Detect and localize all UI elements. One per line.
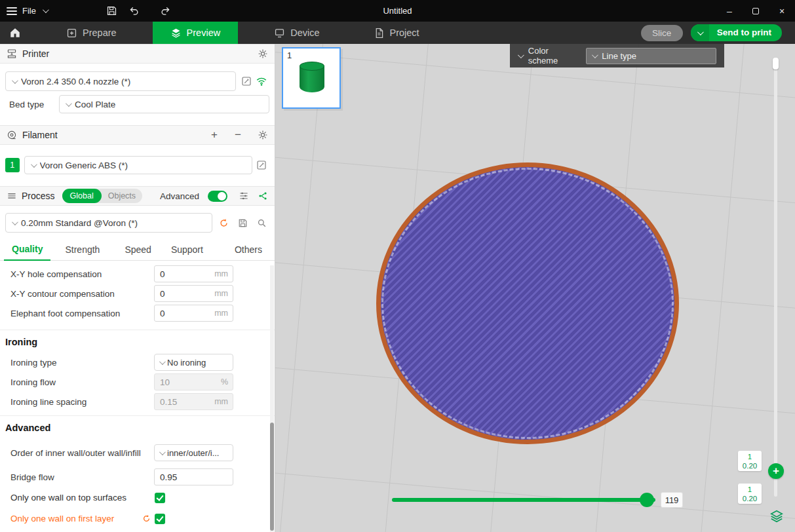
chevron-down-icon	[159, 449, 166, 455]
save-button[interactable]	[102, 2, 122, 20]
input-value: 0	[155, 289, 214, 299]
home-button[interactable]	[0, 22, 30, 44]
edit-filament-icon[interactable]	[254, 160, 269, 170]
reset-value-icon[interactable]	[142, 514, 151, 523]
tab-speed[interactable]: Speed	[117, 244, 159, 260]
scope-objects-button[interactable]: Objects	[102, 191, 142, 200]
ironing-section-title: Ironing	[0, 330, 275, 352]
save-icon	[106, 5, 117, 16]
redo-button[interactable]	[156, 2, 176, 20]
bed-type-select[interactable]: Cool Plate	[59, 95, 269, 113]
scope-global-button[interactable]: Global	[62, 189, 102, 203]
process-preset-select[interactable]: 0.20mm Standard @Voron (*)	[5, 213, 212, 233]
redo-icon	[160, 5, 171, 16]
line-type-select[interactable]: Line type	[586, 48, 716, 64]
undo-button[interactable]	[125, 2, 144, 20]
file-menu-chevron-down-icon[interactable]	[43, 7, 49, 13]
wall-order-select[interactable]: inner/outer/i...	[154, 444, 233, 461]
xy-hole-compensation-input[interactable]: 0 mm	[154, 265, 233, 282]
only-one-wall-top-checkbox[interactable]	[155, 493, 165, 503]
plate-thumbnail[interactable]: 1	[282, 47, 341, 109]
wifi-connection-icon[interactable]	[254, 75, 269, 87]
send-to-print-button[interactable]: Send to print	[691, 24, 782, 41]
process-flow-icon[interactable]	[258, 191, 268, 201]
process-tab-bar: Quality Strength Speed Support Others	[0, 240, 275, 261]
layers-icon	[769, 509, 784, 523]
tab-strength[interactable]: Strength	[57, 244, 107, 260]
input-unit: mm	[214, 269, 233, 278]
plate-number-label: 1	[287, 50, 292, 60]
color-scheme-bar: Color scheme Line type	[510, 44, 724, 67]
printer-settings-gear-icon[interactable]	[258, 48, 268, 59]
minimize-button[interactable]: –	[716, 0, 743, 22]
printer-preset-select[interactable]: Voron 2.4 350 0.4 nozzle (*)	[5, 71, 236, 91]
color-scheme-chevron-down-icon[interactable]	[518, 52, 524, 58]
printer-icon	[7, 48, 17, 59]
main-nav-bar: Prepare Preview Device Project Slice Sen…	[0, 22, 795, 44]
close-button[interactable]: ×	[769, 0, 795, 22]
elephant-foot-compensation-label: Elephant foot compensation	[10, 309, 154, 318]
file-menu[interactable]: File	[22, 6, 36, 16]
hamburger-menu-icon[interactable]	[7, 7, 17, 15]
prepare-icon	[66, 28, 77, 39]
edit-printer-icon[interactable]	[239, 76, 254, 86]
process-preset-value: 0.20mm Standard @Voron (*)	[21, 218, 206, 228]
layer-number: 1	[748, 485, 752, 494]
layer-slider-thumb[interactable]	[773, 58, 779, 69]
xy-contour-compensation-label: X-Y contour compensation	[10, 289, 154, 299]
preview-viewport[interactable]: 1 Color scheme Line type 119 1 0.20 + 1	[275, 44, 795, 532]
checkbox-row: Only one wall on top surfaces	[0, 489, 275, 506]
add-filament-button[interactable]: +	[208, 128, 221, 142]
tab-project[interactable]: Project	[356, 22, 437, 44]
tab-prepare-label: Prepare	[83, 28, 117, 38]
send-options-chevron-down-icon[interactable]	[691, 24, 709, 41]
param-row: X-Y contour compensation 0 mm	[0, 284, 275, 303]
advanced-mode-toggle[interactable]	[208, 191, 227, 202]
ironing-type-value: No ironing	[167, 358, 228, 368]
tab-preview[interactable]: Preview	[153, 22, 239, 44]
input-value: 10	[155, 377, 221, 387]
sidebar-scrollbar-thumb[interactable]	[270, 423, 274, 531]
param-row: X-Y hole compensation 0 mm	[0, 264, 275, 284]
preview-icon	[170, 28, 182, 39]
param-row: Ironing type No ironing	[0, 352, 275, 372]
tab-quality[interactable]: Quality	[4, 244, 50, 261]
ironing-type-select[interactable]: No ironing	[154, 354, 233, 371]
input-value: 0	[155, 269, 214, 279]
chevron-down-icon	[12, 77, 18, 84]
sliced-model-top-view[interactable]	[376, 162, 679, 444]
input-value: 0.95	[155, 472, 228, 482]
process-layers-icon	[7, 191, 17, 201]
tab-others[interactable]: Others	[227, 244, 270, 260]
tab-device[interactable]: Device	[256, 22, 337, 44]
maximize-button[interactable]	[743, 0, 769, 22]
remove-filament-button[interactable]: −	[231, 128, 244, 142]
input-unit: mm	[214, 309, 233, 318]
tab-support[interactable]: Support	[163, 244, 211, 260]
advanced-section-title: Advanced	[0, 415, 275, 438]
tab-prepare[interactable]: Prepare	[48, 22, 134, 44]
add-layer-range-button[interactable]: +	[768, 463, 784, 479]
filament-slot-badge[interactable]: 1	[5, 158, 20, 172]
slice-button[interactable]: Slice	[641, 25, 683, 41]
layers-view-button[interactable]	[769, 508, 785, 524]
xy-contour-compensation-input[interactable]: 0 mm	[154, 285, 233, 302]
save-preset-icon[interactable]	[235, 218, 250, 228]
only-one-wall-first-layer-label: Only one wall on first layer	[10, 514, 142, 523]
step-slider-handle[interactable]	[640, 493, 654, 507]
chevron-down-icon	[66, 100, 72, 107]
only-one-wall-first-layer-checkbox[interactable]	[155, 514, 165, 524]
search-settings-icon[interactable]	[254, 218, 269, 228]
printer-section-header: Printer	[0, 44, 275, 64]
parameter-table-icon[interactable]	[239, 191, 249, 201]
layer-slider-track[interactable]	[774, 58, 777, 497]
param-row: Ironing flow 10 %	[0, 372, 275, 392]
elephant-foot-compensation-input[interactable]: 0 mm	[154, 305, 233, 322]
bridge-flow-input[interactable]: 0.95	[154, 468, 233, 485]
step-slider-track[interactable]	[392, 498, 655, 502]
filament-settings-gear-icon[interactable]	[258, 130, 268, 140]
wall-order-label: Order of inner wall/outer wall/infill	[10, 447, 154, 459]
reset-preset-icon[interactable]	[216, 218, 231, 228]
filament-preset-select[interactable]: Voron Generic ABS (*)	[24, 156, 253, 174]
param-row: Ironing line spacing 0.15 mm	[0, 392, 275, 411]
